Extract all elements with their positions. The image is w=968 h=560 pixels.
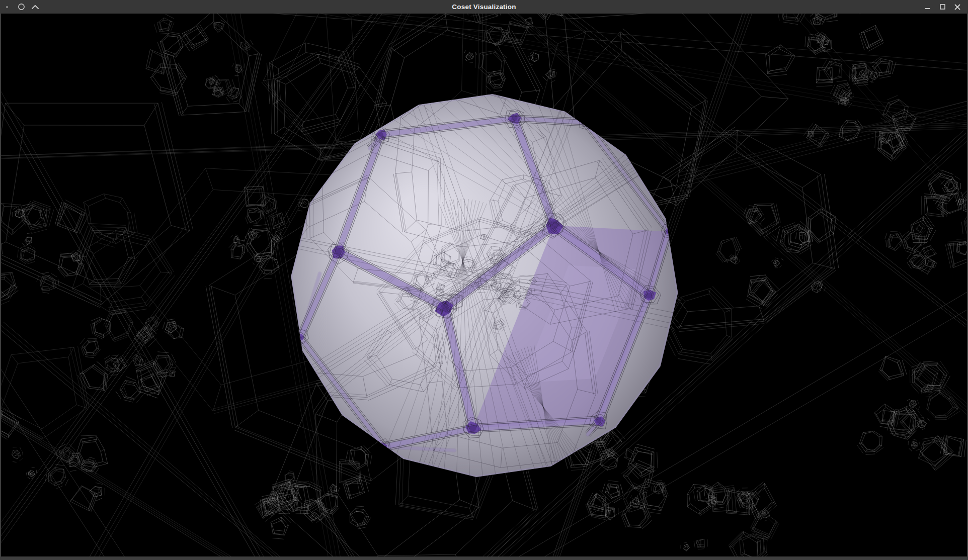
minimize-button[interactable]: [920, 0, 935, 14]
window-title: Coset Visualization: [0, 0, 968, 14]
app-dot-icon[interactable]: [0, 0, 14, 14]
chevron-up-icon[interactable]: [28, 0, 42, 14]
titlebar: Coset Visualization: [0, 0, 968, 14]
circle-icon[interactable]: [14, 0, 28, 14]
app-window: Coset Visualization: [0, 0, 968, 560]
maximize-button[interactable]: [935, 0, 950, 14]
titlebar-left-icons: [0, 0, 42, 14]
window-controls: [920, 0, 965, 14]
close-button[interactable]: [950, 0, 965, 14]
viewport-canvas[interactable]: [1, 14, 967, 556]
viewport: [1, 14, 967, 556]
